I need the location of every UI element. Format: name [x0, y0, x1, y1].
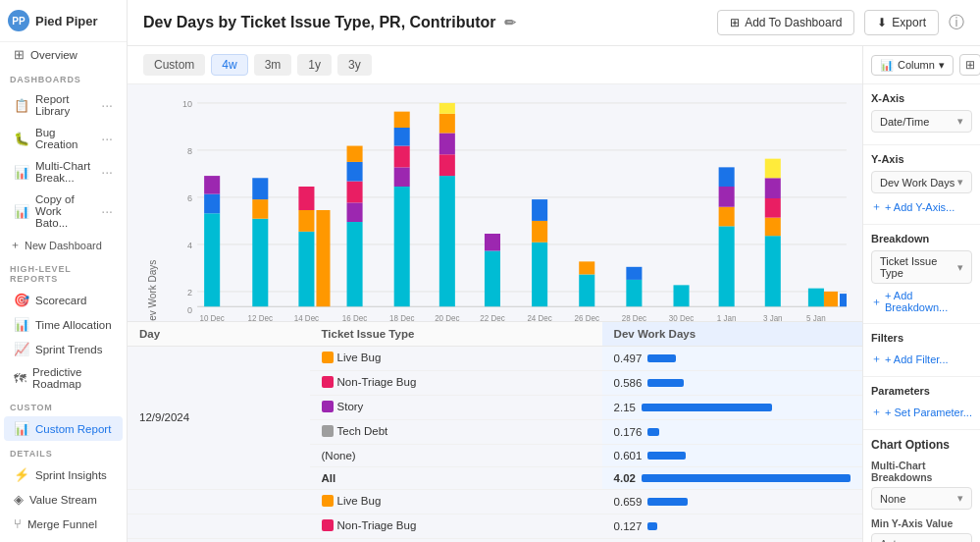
value: 2.15: [614, 402, 636, 413]
svg-rect-44: [626, 280, 642, 306]
overview-icon: ⊞: [14, 47, 25, 62]
svg-text:10: 10: [182, 98, 192, 109]
bar-cell: 0.497: [614, 352, 851, 364]
dots-menu[interactable]: ···: [101, 203, 113, 219]
svg-text:14 Dec: 14 Dec: [294, 313, 319, 320]
sidebar-item-report-library[interactable]: 📋 Report Library ···: [4, 88, 123, 122]
sidebar-item-overview[interactable]: ⊞ Overview: [4, 42, 123, 67]
pred-roadmap-icon: 🗺: [14, 371, 26, 386]
sidebar-item-label: Bug Creation: [35, 127, 95, 150]
x-axis-section: X-Axis Date/Time ▾: [863, 84, 980, 145]
help-icon[interactable]: ⓘ: [949, 13, 964, 33]
multi-chart-breakdowns-dropdown[interactable]: None ▾: [871, 487, 972, 510]
add-filter-btn[interactable]: ＋ + Add Filter...: [871, 350, 972, 368]
ticket-type-cell: Non-Triage Bug: [310, 370, 602, 395]
sidebar-item-bug-creation[interactable]: 🐛 Bug Creation ···: [4, 122, 123, 155]
svg-rect-43: [579, 261, 594, 274]
sidebar-item-predictive-roadmap[interactable]: 🗺 Predictive Roadmap: [4, 361, 123, 395]
content-area: Custom 4w 3m 1y 3y Dev Work Days: [128, 46, 980, 542]
svg-rect-45: [626, 267, 642, 280]
ticket-type-label: Non-Triage Bug: [337, 519, 417, 531]
edit-icon[interactable]: ✏: [504, 15, 516, 30]
add-parameter-label: + Set Parameter...: [885, 406, 972, 418]
sidebar-item-label: Value Stream: [29, 494, 97, 506]
add-filter-label: + Add Filter...: [885, 353, 949, 365]
y-axis-dropdown[interactable]: Dev Work Days ▾: [871, 171, 972, 193]
min-y-axis-input[interactable]: [871, 533, 972, 542]
filter-1y[interactable]: 1y: [297, 54, 332, 76]
sidebar-item-copy-work[interactable]: 📊 Copy of Work Bato... ···: [4, 189, 123, 234]
ticket-type-cell: Story: [310, 395, 602, 419]
new-dashboard-btn[interactable]: ＋ New Dashboard: [0, 234, 127, 256]
sidebar-item-cycle-time[interactable]: ⏱ Cycle Time ▾: [4, 536, 123, 542]
svg-rect-29: [394, 146, 410, 168]
logo-icon: PP: [8, 10, 29, 31]
svg-rect-39: [532, 243, 547, 306]
add-y-axis-btn[interactable]: ＋ + Add Y-Axis...: [871, 197, 972, 216]
sidebar-item-time-allocation[interactable]: 📊 Time Allocation: [4, 312, 123, 337]
sidebar-item-sprint-trends[interactable]: 📈 Sprint Trends: [4, 337, 123, 361]
bar-cell: 2.15: [614, 402, 851, 413]
sidebar-item-merge-funnel[interactable]: ⑂ Merge Funnel: [4, 512, 123, 536]
download-icon: ⬇: [877, 16, 887, 29]
table-row: Live Bug 0.659: [128, 489, 862, 514]
svg-rect-18: [298, 232, 314, 306]
svg-rect-32: [439, 176, 455, 306]
svg-text:18 Dec: 18 Dec: [389, 313, 414, 320]
ticket-type-cell: Live Bug: [310, 346, 602, 370]
svg-rect-27: [394, 187, 410, 306]
svg-text:5 Jan: 5 Jan: [806, 313, 826, 320]
sidebar-item-value-stream[interactable]: ◈ Value Stream: [4, 487, 123, 512]
sidebar: PP Pied Piper ⊞ Overview DASHBOARDS 📋 Re…: [0, 0, 128, 542]
chart-layout-btn[interactable]: ⊞: [959, 54, 980, 76]
mini-bar: [647, 354, 676, 362]
bar-cell: 0.586: [614, 377, 851, 389]
dev-work-days-cell: 0.659: [602, 489, 862, 514]
mini-bar: [647, 428, 659, 436]
bar-cell: 0.127: [614, 520, 851, 532]
sidebar-item-scorecard[interactable]: 🎯 Scorecard: [4, 288, 123, 312]
app-logo[interactable]: PP Pied Piper: [0, 0, 127, 42]
breakdown-section: Breakdown Ticket Issue Type ▾ ＋ + Add Br…: [863, 225, 980, 324]
sidebar-item-sprint-insights[interactable]: ⚡ Sprint Insights: [4, 462, 123, 487]
breakdown-dropdown[interactable]: Ticket Issue Type ▾: [871, 250, 972, 284]
dots-menu[interactable]: ···: [101, 164, 113, 180]
sidebar-item-custom-report[interactable]: 📊 Custom Report: [4, 416, 123, 441]
svg-text:20 Dec: 20 Dec: [435, 313, 459, 320]
value: 4.02: [614, 472, 636, 484]
svg-rect-19: [298, 210, 314, 232]
dots-menu[interactable]: ···: [101, 97, 113, 113]
svg-rect-55: [765, 159, 781, 179]
filter-custom[interactable]: Custom: [143, 54, 205, 76]
svg-text:26 Dec: 26 Dec: [575, 313, 599, 320]
sidebar-item-label: Sprint Trends: [35, 344, 102, 355]
filter-3y[interactable]: 3y: [337, 54, 372, 76]
multi-chart-caret: ▾: [957, 492, 963, 505]
filter-4w[interactable]: 4w: [211, 54, 247, 76]
svg-text:24 Dec: 24 Dec: [527, 313, 551, 320]
export-button[interactable]: ⬇ Export: [864, 10, 939, 35]
x-axis-dropdown[interactable]: Date/Time ▾: [871, 110, 972, 133]
svg-rect-51: [765, 236, 781, 306]
add-y-axis-label: + Add Y-Axis...: [885, 201, 954, 213]
dev-work-days-cell: 0.127: [602, 514, 862, 538]
value-stream-icon: ◈: [14, 492, 24, 507]
value: 0.127: [614, 520, 643, 532]
date-cell: [128, 514, 310, 538]
ticket-type-label: Non-Triage Bug: [337, 376, 417, 388]
bar-cell: 0.601: [614, 450, 851, 461]
filter-3m[interactable]: 3m: [254, 54, 292, 76]
svg-rect-35: [439, 114, 455, 134]
page-title-area: Dev Days by Ticket Issue Type, PR, Contr…: [143, 14, 516, 31]
sidebar-item-label: Overview: [30, 49, 77, 61]
svg-rect-38: [485, 234, 500, 250]
dots-menu[interactable]: ···: [101, 131, 113, 146]
chart-type-dropdown[interactable]: 📊 Column ▾: [871, 55, 954, 76]
add-to-dashboard-button[interactable]: ⊞ Add To Dashboard: [717, 10, 854, 35]
dev-work-days-cell: 0.176: [602, 419, 862, 444]
sidebar-item-multi-chart[interactable]: 📊 Multi-Chart Break... ···: [4, 155, 123, 189]
add-breakdown-btn[interactable]: ＋ + Add Breakdown...: [871, 288, 972, 315]
svg-rect-42: [579, 274, 594, 306]
mini-bar: [642, 474, 851, 482]
add-parameter-btn[interactable]: ＋ + Set Parameter...: [871, 403, 972, 421]
